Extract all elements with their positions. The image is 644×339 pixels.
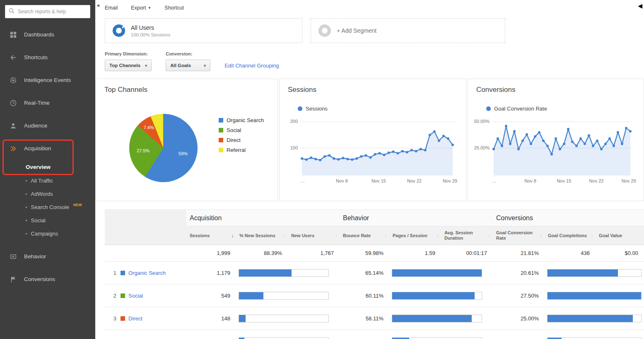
panel-collapse-icon[interactable]: ◀ — [638, 2, 642, 9]
legend-dot-icon — [298, 106, 302, 111]
topbar: Email Export▼ Shortcut — [96, 0, 644, 16]
sidebar-item-label: Conversions — [24, 276, 55, 282]
shortcut-button[interactable]: Shortcut — [164, 5, 184, 11]
sessions-card: Sessions Sessions 200100 …Nov 8Nov 15Nov… — [279, 79, 466, 201]
legend-label: Sessions — [306, 106, 328, 112]
sub-item-label: All Traffic — [31, 178, 53, 184]
row-rank: 3 — [110, 315, 116, 322]
top-channels-pie[interactable]: 59%27.5%7.4% — [129, 114, 198, 182]
bar-track — [547, 292, 642, 300]
bounce-rate-value: 12.20% — [340, 330, 389, 339]
sidebar-item-overview[interactable]: Overview — [0, 160, 95, 174]
top-channels-card: Top Channels 59%27.5%7.4% Organic Search… — [96, 79, 278, 201]
sidebar-item-audience[interactable]: Audience — [0, 114, 95, 137]
bar-fill — [548, 269, 618, 276]
legend-item-referral[interactable]: Referral — [219, 147, 264, 153]
bar-track — [547, 315, 642, 322]
channels-table: Acquisition Behavior Conversions Session… — [105, 209, 644, 339]
bar-fill — [392, 315, 472, 322]
sort-icon: ↓ — [437, 233, 439, 238]
bounce-rate-value: 58.11% — [340, 307, 389, 330]
column-header-goal-conversion-rate[interactable]: Goal Conversion Rate↓ — [493, 226, 545, 245]
sidebar-item-search-console[interactable]: ▸ Search Console NEW — [0, 200, 95, 214]
summary-empty-cell — [105, 245, 186, 262]
legend-item-social[interactable]: Social — [219, 127, 264, 133]
legend-item-direct[interactable]: Direct — [219, 137, 264, 143]
bar-track — [392, 269, 482, 277]
segment-subtitle: 100.00% Sessions — [131, 32, 170, 37]
sidebar-item-behavior[interactable]: Behavior — [0, 245, 95, 268]
sessions-bar-cell — [236, 262, 340, 284]
bar-track — [239, 292, 329, 300]
primary-dimension-dropdown[interactable]: Top Channels ▼ — [105, 60, 152, 71]
chevron-down-icon: ▼ — [203, 64, 207, 68]
bounce-rate-value: 60.11% — [340, 284, 389, 307]
channels-table-section: Acquisition Behavior Conversions Session… — [105, 209, 644, 339]
column-header-bounce-rate[interactable]: Bounce Rate↓ — [340, 226, 389, 245]
conversions-legend[interactable]: Goal Conversion Rate — [486, 106, 644, 112]
column-header-goal-completions[interactable]: Goal Completions↓ — [545, 226, 596, 245]
sub-item-label: Campaigns — [31, 231, 58, 237]
add-segment-button[interactable]: + Add Segment — [311, 18, 505, 43]
segment-donut-icon — [318, 24, 331, 37]
sidebar-item-conversions[interactable]: Conversions — [0, 268, 95, 291]
bar-track — [239, 315, 329, 322]
column-header-sessions[interactable]: Sessions↓ — [186, 226, 236, 245]
goal-rate-value: 25.00% — [493, 307, 545, 330]
sidebar-item-acquisition[interactable]: Acquisition — [0, 137, 95, 160]
sidebar-item-social[interactable]: ▸ Social — [0, 214, 95, 227]
export-button[interactable]: Export▼ — [131, 5, 151, 11]
sidebar-item-campaigns[interactable]: ▸ Campaigns — [0, 227, 95, 240]
sidebar-item-all-traffic[interactable]: ▸ All Traffic — [0, 174, 95, 187]
new-badge: NEW — [73, 203, 82, 207]
sessions-x-axis: …Nov 8Nov 15Nov 22Nov 29 — [300, 178, 455, 186]
bar-track — [547, 269, 642, 277]
sub-item-label: Search Console — [31, 204, 70, 210]
bar-track — [547, 337, 642, 339]
sidebar-item-adwords[interactable]: ▸ AdWords — [0, 187, 95, 200]
column-header-new-users[interactable]: New Users↓ — [288, 226, 340, 245]
row-rank: 2 — [110, 293, 116, 299]
channel-link-organic-search[interactable]: Organic Search — [128, 270, 166, 276]
legend-label: Organic Search — [227, 117, 264, 123]
sidebar-search[interactable] — [5, 5, 90, 18]
sidebar-item-shortcuts[interactable]: Shortcuts — [0, 46, 95, 69]
legend-label: Direct — [227, 137, 241, 143]
conversion-dropdown[interactable]: All Goals ▼ — [166, 60, 210, 71]
table-row: 4 Referral — [105, 330, 186, 339]
bar-track — [239, 337, 329, 339]
add-segment-label: + Add Segment — [337, 27, 376, 34]
goal-rate-value: 4.07% — [493, 330, 545, 339]
sidebar-item-dashboards[interactable]: Dashboards — [0, 23, 95, 46]
sidebar-item-label: Audience — [24, 123, 47, 129]
sort-icon: ↓ — [488, 233, 490, 238]
sidebar-item-label: Intelligence Events — [24, 77, 71, 83]
sort-icon: ↓ — [540, 233, 542, 238]
edit-channel-grouping-link[interactable]: Edit Channel Grouping — [224, 63, 279, 69]
bounce-rate-value: 65.14% — [340, 262, 389, 284]
all-users-segment[interactable]: All Users 100.00% Sessions — [105, 18, 302, 43]
row-rank: 1 — [110, 270, 116, 276]
column-header-pages-session[interactable]: Pages / Session↓ — [389, 226, 441, 245]
sort-icon: ↓ — [385, 233, 387, 238]
sub-item-label: AdWords — [31, 191, 53, 197]
bounce-bar-cell — [389, 330, 493, 339]
sidebar-collapse-icon[interactable]: ◀ — [96, 3, 99, 7]
sessions-bar-cell — [236, 330, 340, 339]
bar-track — [392, 337, 482, 339]
goal-bar-cell — [545, 330, 644, 339]
legend-item-organic-search[interactable]: Organic Search — [219, 117, 264, 123]
column-header-pct-new-sessions[interactable]: % New Sessions↓ — [236, 226, 288, 245]
search-input[interactable] — [17, 8, 87, 15]
column-header-avg-session-duration[interactable]: Avg. Session Duration↓ — [441, 226, 493, 245]
channel-link-direct[interactable]: Direct — [128, 315, 142, 322]
email-button[interactable]: Email — [105, 5, 118, 11]
sidebar-item-intelligence-events[interactable]: Intelligence Events — [0, 69, 95, 91]
sidebar-item-real-time[interactable]: Real-Time — [0, 91, 95, 114]
intelligence-icon — [9, 76, 17, 84]
channel-link-social[interactable]: Social — [128, 293, 143, 299]
sessions-bar-cell — [236, 284, 340, 307]
sessions-legend[interactable]: Sessions — [298, 106, 466, 112]
sessions-value: 549 — [186, 284, 236, 307]
column-header-goal-value[interactable]: Goal Value — [596, 226, 644, 245]
